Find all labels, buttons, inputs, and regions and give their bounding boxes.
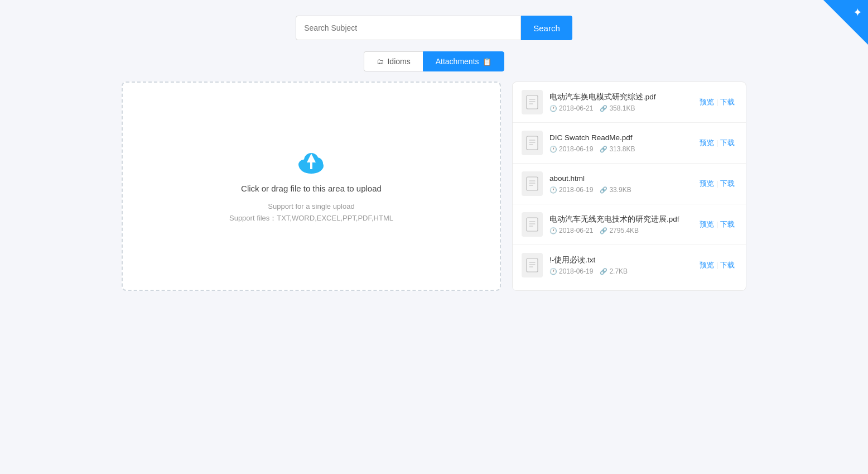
file-info: 电动汽车无线充电技术的研究进展.pdf 🕐 2018-06-21 🔗 2795.… [549, 214, 691, 235]
svg-rect-7 [527, 177, 538, 190]
file-size: 🔗 2.7KB [600, 267, 628, 275]
file-date: 🕐 2018-06-21 [549, 104, 593, 112]
file-preview-link[interactable]: 预览 [697, 260, 716, 270]
file-icon-box [522, 253, 543, 277]
file-icon-box [522, 90, 543, 114]
clock-icon: 🕐 [549, 186, 557, 194]
tab-idioms[interactable]: 🗂 Idioms [364, 51, 422, 71]
upload-area[interactable]: Click or drag file to this area to uploa… [122, 82, 501, 291]
upload-cloud-icon [295, 148, 328, 176]
file-info: about.html 🕐 2018-06-19 🔗 33.9KB [549, 174, 691, 194]
file-preview-link[interactable]: 预览 [697, 179, 716, 189]
file-meta: 🕐 2018-06-21 🔗 358.1KB [549, 104, 691, 112]
file-download-link[interactable]: 下载 [718, 260, 737, 270]
tab-attachments-label: Attachments [436, 57, 479, 66]
file-name: 电动汽车无线充电技术的研究进展.pdf [549, 214, 691, 225]
attachments-icon: 📋 [483, 58, 491, 66]
upload-sub-text: Support for a single upload Support file… [229, 201, 393, 224]
search-area: Search [0, 0, 868, 51]
file-download-link[interactable]: 下载 [718, 219, 737, 229]
file-icon-box [522, 171, 543, 196]
svg-rect-8 [527, 218, 538, 231]
file-size: 🔗 2795.4KB [600, 227, 639, 234]
file-actions: 预览 | 下载 [697, 138, 737, 148]
file-download-link[interactable]: 下载 [718, 179, 737, 189]
file-meta: 🕐 2018-06-19 🔗 313.8KB [549, 145, 691, 153]
file-meta: 🕐 2018-06-19 🔗 33.9KB [549, 186, 691, 194]
file-name: !-使用必读.txt [549, 255, 691, 266]
file-preview-link[interactable]: 预览 [697, 97, 716, 107]
tabs-area: 🗂 Idioms Attachments 📋 [0, 51, 868, 71]
file-list: 电动汽车换电模式研究综述.pdf 🕐 2018-06-21 🔗 358.1KB … [512, 82, 746, 291]
file-icon [526, 217, 538, 232]
clock-icon: 🕐 [549, 105, 557, 112]
file-icon [526, 258, 538, 272]
file-date: 🕐 2018-06-19 [549, 267, 593, 275]
link-icon: 🔗 [600, 186, 607, 194]
tab-attachments[interactable]: Attachments 📋 [423, 51, 504, 71]
file-icon [526, 176, 538, 191]
file-icon-box [522, 212, 543, 237]
file-date: 🕐 2018-06-21 [549, 227, 593, 234]
file-size: 🔗 313.8KB [600, 145, 635, 153]
file-item: DIC Swatch ReadMe.pdf 🕐 2018-06-19 🔗 313… [513, 123, 746, 164]
file-actions: 预览 | 下载 [697, 179, 737, 189]
file-icon-box [522, 131, 543, 155]
file-item: !-使用必读.txt 🕐 2018-06-19 🔗 2.7KB 预览 | 下载 [513, 245, 746, 285]
link-icon: 🔗 [600, 146, 607, 153]
svg-rect-5 [527, 95, 538, 109]
file-actions: 预览 | 下载 [697, 219, 737, 229]
file-download-link[interactable]: 下载 [718, 97, 737, 107]
search-button[interactable]: Search [521, 16, 572, 40]
file-date: 🕐 2018-06-19 [549, 186, 593, 194]
idioms-icon: 🗂 [377, 58, 384, 66]
file-meta: 🕐 2018-06-21 🔗 2795.4KB [549, 227, 691, 234]
link-icon: 🔗 [600, 227, 607, 234]
upload-main-text: Click or drag file to this area to uploa… [241, 184, 382, 193]
file-size: 🔗 358.1KB [600, 104, 635, 112]
link-icon: 🔗 [600, 105, 607, 112]
file-item: 电动汽车换电模式研究综述.pdf 🕐 2018-06-21 🔗 358.1KB … [513, 82, 746, 123]
file-actions: 预览 | 下载 [697, 97, 737, 107]
main-content: Click or drag file to this area to uploa… [99, 82, 769, 291]
file-download-link[interactable]: 下载 [718, 138, 737, 148]
file-item: 电动汽车无线充电技术的研究进展.pdf 🕐 2018-06-21 🔗 2795.… [513, 204, 746, 245]
clock-icon: 🕐 [549, 146, 557, 153]
file-item: about.html 🕐 2018-06-19 🔗 33.9KB 预览 | 下载 [513, 164, 746, 204]
file-actions: 预览 | 下载 [697, 260, 737, 270]
file-name: DIC Swatch ReadMe.pdf [549, 133, 691, 143]
file-name: 电动汽车换电模式研究综述.pdf [549, 92, 691, 103]
corner-badge-icon: ✦ [853, 6, 862, 19]
upload-sub-text-2: Support files：TXT,WORD,EXCEL,PPT,PDF,HTM… [229, 213, 393, 224]
tab-idioms-label: Idioms [387, 57, 410, 66]
file-size: 🔗 33.9KB [600, 186, 631, 194]
file-preview-link[interactable]: 预览 [697, 138, 716, 148]
upload-sub-text-1: Support for a single upload [229, 201, 393, 213]
link-icon: 🔗 [600, 268, 607, 275]
file-icon [526, 95, 538, 109]
clock-icon: 🕐 [549, 227, 557, 234]
file-icon [526, 136, 538, 150]
file-meta: 🕐 2018-06-19 🔗 2.7KB [549, 267, 691, 275]
file-info: DIC Swatch ReadMe.pdf 🕐 2018-06-19 🔗 313… [549, 133, 691, 154]
file-name: about.html [549, 174, 691, 184]
svg-rect-9 [527, 258, 538, 272]
svg-rect-6 [527, 136, 538, 150]
file-preview-link[interactable]: 预览 [697, 219, 716, 229]
clock-icon: 🕐 [549, 268, 557, 275]
search-input[interactable] [296, 16, 521, 40]
file-info: !-使用必读.txt 🕐 2018-06-19 🔗 2.7KB [549, 255, 691, 276]
file-info: 电动汽车换电模式研究综述.pdf 🕐 2018-06-21 🔗 358.1KB [549, 92, 691, 113]
file-date: 🕐 2018-06-19 [549, 145, 593, 153]
